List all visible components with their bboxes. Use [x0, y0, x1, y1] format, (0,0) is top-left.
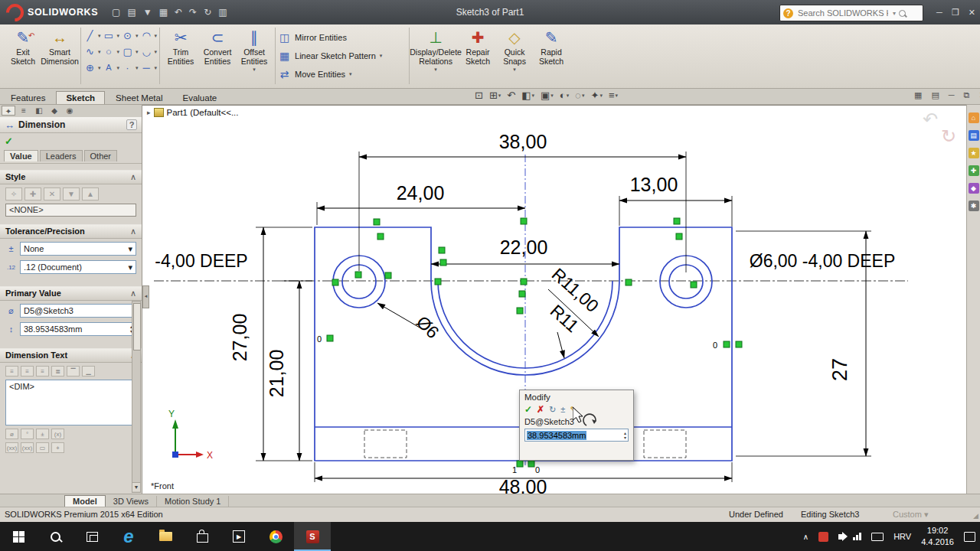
search-dropdown-icon[interactable]: ▾	[893, 10, 896, 17]
help-search-box[interactable]: ? ▾	[779, 5, 923, 21]
point-tool-dropdown[interactable]: ▾	[136, 65, 139, 71]
spline-tool-icon[interactable]: ∿	[83, 45, 96, 58]
restore-button[interactable]: ❒	[952, 8, 959, 18]
display-delete-relations-button[interactable]: ⊥ Display/Delete Relations ▾	[412, 24, 459, 72]
relation-marker[interactable]	[440, 259, 446, 266]
tab-evaluate[interactable]: Evaluate	[173, 92, 226, 104]
view-settings-icon[interactable]: ≡▾	[609, 90, 618, 101]
display-manager-tab[interactable]: ◉	[63, 106, 77, 116]
volume-icon[interactable]	[838, 534, 843, 540]
doc-minimize-icon[interactable]: ─	[949, 90, 955, 100]
relation-marker[interactable]	[528, 461, 534, 467]
circle-tool-dropdown[interactable]: ▾	[136, 33, 139, 39]
spin-increment-button[interactable]: ±	[560, 405, 565, 414]
ok-button[interactable]: ✓	[5, 135, 13, 147]
edge-button[interactable]: e	[110, 522, 147, 551]
repair-sketch-button[interactable]: ✚ Repair Sketch	[459, 24, 496, 67]
tab-other[interactable]: Other	[84, 150, 118, 161]
polygon-tool-dropdown[interactable]: ▾	[98, 65, 101, 71]
dimension-label-13[interactable]: 13,00	[630, 174, 678, 195]
precision-select[interactable]: .12 (Document) ▾	[20, 260, 136, 274]
relation-marker[interactable]	[439, 247, 445, 253]
view-palette-icon[interactable]: ✚	[969, 165, 979, 176]
collapse-icon[interactable]: ∧	[130, 289, 136, 298]
ellipse-tool-dropdown[interactable]: ▾	[117, 49, 120, 55]
cascade-windows-icon[interactable]: ▤	[931, 90, 939, 100]
symbol-plusminus-icon[interactable]: ±	[36, 429, 49, 439]
dimension-label-27-right[interactable]: 27	[828, 358, 851, 381]
file-explorer-button[interactable]	[147, 522, 184, 551]
arc-tool-dropdown[interactable]: ▾	[155, 33, 158, 39]
file-explorer-icon[interactable]: ★	[969, 148, 979, 158]
hide-show-items-icon[interactable]: ◌▾	[575, 90, 584, 101]
line-tool-dropdown[interactable]: ▾	[98, 33, 101, 39]
rebuild-button[interactable]: ↻	[549, 405, 556, 415]
relation-marker[interactable]	[521, 218, 527, 224]
leader-r11-inner[interactable]	[557, 332, 564, 358]
offset-entities-button[interactable]: ∥ Offset Entities ▾	[236, 24, 273, 72]
convert-entities-button[interactable]: ⊂ Convert Entities	[199, 24, 236, 67]
text-top-icon[interactable]: ▔	[67, 366, 80, 377]
spline-tool-dropdown[interactable]: ▾	[98, 49, 101, 55]
point-tool-icon[interactable]: ·	[121, 61, 134, 74]
dimension-label-48[interactable]: 48,00	[499, 476, 547, 494]
taskbar-search-button[interactable]	[37, 522, 74, 551]
relation-marker[interactable]	[374, 219, 380, 225]
open-document-icon[interactable]: ▤	[127, 7, 136, 18]
resources-icon[interactable]: ⌂	[969, 112, 979, 123]
dimension-label-38[interactable]: 38,00	[499, 131, 547, 152]
start-button[interactable]	[0, 522, 37, 551]
smart-dimension-button[interactable]: ↔ Smart Dimension	[41, 24, 78, 67]
relation-marker[interactable]	[517, 308, 523, 314]
arc-tool-icon[interactable]: ◠	[140, 29, 153, 42]
section-dimension-text[interactable]: Dimension Text ∧	[0, 348, 142, 363]
slot-tool-icon[interactable]: ▢	[121, 45, 134, 58]
collapse-icon[interactable]: ∧	[130, 227, 136, 236]
zoom-to-fit-icon[interactable]: ⊡	[475, 90, 483, 101]
section-view-icon[interactable]: ◧▾	[521, 90, 534, 101]
relation-marker[interactable]	[327, 335, 333, 341]
fillet-tool-icon[interactable]: ◡	[140, 45, 153, 58]
quick-snaps-button[interactable]: ◇ Quick Snaps ▾	[496, 24, 533, 72]
section-tolerance-precision[interactable]: Tolerance/Precision ∧	[0, 224, 142, 239]
dimension-value-field[interactable]: 38.9534583mm ▴▾	[20, 322, 136, 336]
custom-properties-icon[interactable]: ✱	[969, 201, 979, 211]
relation-marker[interactable]	[332, 279, 338, 285]
relation-marker[interactable]	[517, 461, 523, 467]
language-indicator[interactable]: HRV	[893, 532, 911, 541]
dimension-text-area[interactable]: <DIM>	[5, 380, 136, 425]
design-library-icon[interactable]: ▤	[969, 130, 979, 141]
move-entities-dropdown[interactable]: ▾	[349, 71, 352, 77]
symbol-more-icon[interactable]: (x)	[51, 429, 64, 439]
search-icon[interactable]	[899, 10, 906, 17]
rectangle-tool-dropdown[interactable]: ▾	[117, 33, 120, 39]
action-center-icon[interactable]	[964, 532, 975, 542]
edit-appearance-icon[interactable]: ✦▾	[590, 90, 602, 101]
text-tool-icon[interactable]: A	[103, 61, 116, 74]
save-icon[interactable]: ▼	[143, 7, 152, 18]
tab-sheet-metal[interactable]: Sheet Metal	[106, 92, 172, 104]
slot-tool-dropdown[interactable]: ▾	[136, 49, 139, 55]
relation-marker[interactable]	[385, 272, 391, 279]
graphics-viewport[interactable]: 38,00 24,00 13,00 22,00 -4,00 DEEP Ø6,00…	[142, 105, 966, 494]
minimize-button[interactable]: ─	[936, 8, 942, 17]
undo-icon[interactable]: ↶	[175, 7, 182, 18]
rectangle-tool-icon[interactable]: ▭	[103, 29, 116, 42]
configuration-manager-tab[interactable]: ◧	[32, 106, 46, 116]
mirror-entities-button[interactable]: ◫ Mirror Entities	[278, 29, 407, 46]
polygon-tool-icon[interactable]: ⊕	[83, 61, 96, 74]
symbol-center-icon[interactable]: ⌖	[51, 442, 64, 453]
symbol-diameter-icon[interactable]: ⌀	[5, 429, 18, 439]
redo-icon[interactable]: ↷	[189, 7, 197, 18]
linear-sketch-pattern-button[interactable]: ▦ Linear Sketch Pattern ▾	[278, 47, 407, 64]
symbol-paren-icon[interactable]: (xx)	[5, 442, 18, 453]
dimension-name-field[interactable]: D5@Sketch3	[20, 304, 136, 318]
tab-features[interactable]: Features	[2, 92, 54, 104]
close-button[interactable]: ✕	[969, 8, 975, 18]
doc-restore-icon[interactable]: ⧉	[964, 90, 970, 100]
panel-scrollbar[interactable]: ▼	[132, 301, 141, 493]
dimension-label-deep-left[interactable]: -4,00 DEEP	[155, 251, 247, 271]
relation-marker[interactable]	[355, 272, 361, 278]
dimension-label-deep-right[interactable]: Ø6,00 -4,00 DEEP	[750, 251, 896, 271]
style-delete-icon[interactable]: ✕	[44, 187, 60, 201]
